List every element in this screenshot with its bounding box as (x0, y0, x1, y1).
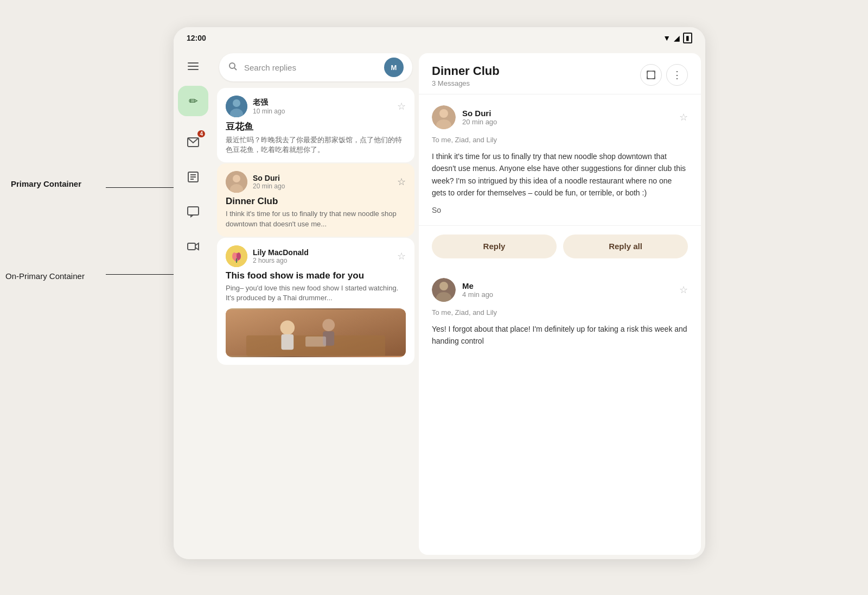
notes-icon (187, 170, 200, 183)
msg-time-1: 20 min ago (462, 118, 497, 126)
nav-item-chat[interactable] (178, 197, 208, 227)
svg-rect-28 (647, 71, 655, 79)
detail-header: Dinner Club 3 Messages (419, 53, 701, 94)
email-item-2[interactable]: So Duri 20 min ago ☆ Dinner Club I think… (217, 163, 414, 236)
email-preview-2: I think it's time for us to finally try … (226, 209, 406, 229)
nav-rail: ✏ 4 (174, 49, 213, 559)
email-item-1[interactable]: 老强 10 min ago ☆ 豆花鱼 最近忙吗？昨晚我去了你最爱的那家饭馆，点… (217, 88, 414, 162)
mail-badge: 4 (197, 130, 205, 137)
msg-avatar-me (432, 278, 456, 302)
sender-time-1: 10 min ago (253, 107, 285, 115)
detail-subject: Dinner Club (432, 64, 500, 78)
menu-button[interactable] (182, 55, 204, 77)
email-subject-2: Dinner Club (226, 196, 406, 207)
signal-icon: ◢ (674, 34, 680, 42)
msg-avatar-soduri (432, 105, 456, 129)
wifi-icon: ▼ (663, 34, 671, 42)
msg-time-2: 4 min ago (462, 290, 493, 299)
callout-line-primary (106, 187, 176, 188)
email-image-thumbnail (226, 308, 406, 357)
search-bar[interactable]: Search replies M (219, 53, 412, 81)
msg-body-2: Yes! I forgot about that place! I'm defi… (432, 323, 688, 347)
email-subject-1: 豆花鱼 (226, 121, 406, 133)
star-button-3[interactable]: ☆ (397, 250, 406, 262)
svg-line-8 (234, 68, 237, 70)
message-card-2: Me 4 min ago ☆ To me, Ziad, and Lily Yes… (419, 267, 701, 358)
msg-signature-1: So (432, 206, 688, 214)
msg-sender-name-2: Me (462, 281, 493, 290)
msg-body-1: I think it's time for us to finally try … (432, 150, 688, 199)
detail-message-count: 3 Messages (432, 79, 500, 87)
nav-item-video[interactable] (178, 231, 208, 262)
sender-name-3: Lily MacDonald (253, 248, 309, 257)
svg-point-33 (439, 282, 448, 290)
detail-header-actions: ⋮ (640, 64, 688, 86)
svg-rect-27 (305, 337, 326, 347)
email-list: 老强 10 min ago ☆ 豆花鱼 最近忙吗？昨晚我去了你最爱的那家饭馆，点… (213, 86, 419, 559)
email-detail-pane: Dinner Club 3 Messages (419, 53, 701, 555)
message-list: So Duri 20 min ago ☆ To me, Ziad, and Li… (419, 94, 701, 555)
svg-point-30 (439, 109, 448, 118)
fullscreen-button[interactable] (640, 64, 662, 86)
more-options-button[interactable]: ⋮ (666, 64, 688, 86)
compose-icon: ✏ (189, 94, 198, 107)
svg-rect-5 (188, 207, 199, 215)
svg-rect-24 (281, 334, 293, 350)
mail-icon (187, 136, 200, 149)
email-preview-1: 最近忙吗？昨晚我去了你最爱的那家饭馆，点了他们的特色豆花鱼，吃着吃着就想你了。 (226, 135, 406, 155)
svg-rect-19 (236, 258, 237, 263)
sender-name-1: 老强 (253, 98, 285, 107)
sender-time-2: 20 min ago (253, 182, 285, 190)
label-primary-container: Primary Container (11, 179, 81, 188)
reply-all-button[interactable]: Reply all (563, 235, 688, 258)
msg-star-1[interactable]: ☆ (679, 111, 688, 123)
sender-time-3: 2 hours ago (253, 257, 309, 264)
sender-name-2: So Duri (253, 174, 285, 182)
status-icons: ▼ ◢ ▮ (663, 33, 692, 43)
msg-star-2[interactable]: ☆ (679, 284, 688, 296)
message-card-1: So Duri 20 min ago ☆ To me, Ziad, and Li… (419, 94, 701, 226)
expand-icon (647, 71, 655, 79)
avatar-soduri (226, 171, 247, 193)
status-time: 12:00 (187, 34, 206, 42)
svg-point-13 (233, 175, 240, 182)
reply-actions: Reply Reply all (419, 235, 701, 267)
svg-point-23 (280, 320, 295, 335)
battery-icon: ▮ (683, 33, 692, 43)
email-subject-3: This food show is made for you (226, 270, 406, 281)
app-content: ✏ 4 (174, 49, 705, 559)
video-icon (187, 240, 200, 253)
search-placeholder-text: Search replies (244, 63, 378, 72)
msg-to-2: To me, Ziad, and Lily (432, 308, 688, 317)
search-icon (228, 61, 238, 73)
email-preview-3: Ping– you'd love this new food show I st… (226, 283, 406, 303)
star-button-1[interactable]: ☆ (397, 100, 406, 112)
msg-sender-name-1: So Duri (462, 109, 497, 118)
svg-point-25 (322, 319, 335, 332)
compose-fab[interactable]: ✏ (178, 86, 208, 116)
svg-point-17 (232, 252, 237, 260)
svg-point-7 (229, 63, 235, 68)
reply-button[interactable]: Reply (432, 235, 557, 258)
status-bar: 12:00 ▼ ◢ ▮ (174, 27, 705, 49)
device-frame: 12:00 ▼ ◢ ▮ ✏ (174, 27, 705, 559)
avatar-lily (226, 245, 247, 267)
svg-rect-6 (188, 243, 195, 250)
svg-point-18 (237, 252, 241, 260)
email-item-3[interactable]: Lily MacDonald 2 hours ago ☆ This food s… (217, 238, 414, 365)
nav-item-mail[interactable]: 4 (178, 127, 208, 157)
svg-point-10 (233, 99, 240, 107)
star-button-2[interactable]: ☆ (397, 176, 406, 188)
user-avatar[interactable]: M (384, 58, 404, 77)
page-wrapper: Primary Container On-Primary Container 1… (0, 0, 868, 595)
avatar-laoqiang (226, 96, 247, 117)
label-on-primary-container: On-Primary Container (5, 271, 85, 281)
more-options-icon: ⋮ (672, 70, 682, 80)
chat-icon (187, 205, 200, 218)
msg-to-1: To me, Ziad, and Lily (432, 136, 688, 144)
nav-item-notes[interactable] (178, 162, 208, 192)
email-list-pane: Search replies M (213, 49, 419, 559)
